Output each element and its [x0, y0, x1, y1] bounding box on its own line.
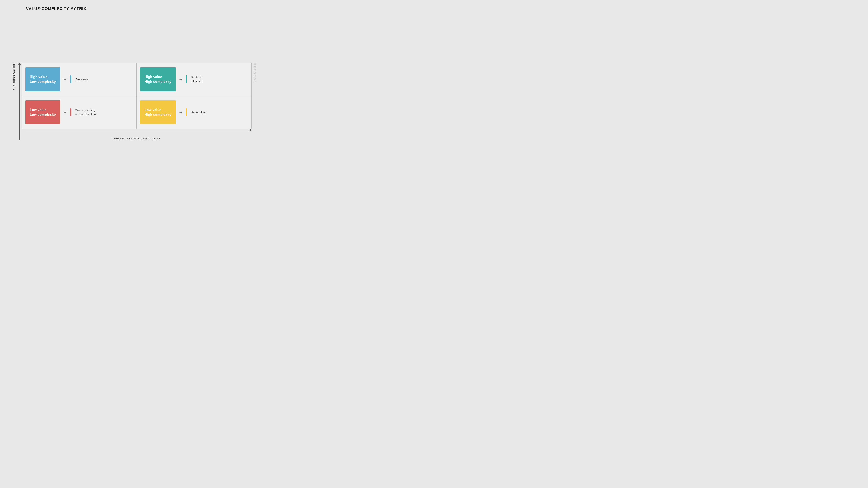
quadrant-top-left: High value Low complexity → Easy wins	[22, 63, 137, 96]
quadrant-bottom-right: Low value High complexity → Deprioritize	[137, 96, 251, 129]
br-arrow: →	[179, 110, 183, 115]
axis-and-matrix: High value Low complexity → Easy wins Hi…	[18, 63, 252, 140]
tr-arrow: →	[179, 77, 183, 82]
tl-line1: High value	[30, 75, 56, 79]
bl-indicator-bar	[70, 108, 71, 116]
tl-indicator-bar	[70, 75, 71, 83]
quadrant-box-bottom-left: Low value Low complexity	[25, 100, 60, 124]
tl-line2: Low complexity	[30, 80, 56, 84]
matrix-content: High value Low complexity → Easy wins Hi…	[22, 63, 252, 140]
bl-label: Worth pursuing or revisiting later	[75, 108, 97, 117]
watermark: REFORGE	[253, 63, 256, 83]
br-label: Deprioritize	[191, 110, 206, 115]
tl-label: Easy wins	[75, 77, 89, 82]
x-axis-container	[26, 129, 252, 130]
x-axis-arrow-line	[26, 130, 252, 130]
bl-arrow: →	[63, 110, 67, 115]
page-wrapper: VALUE-COMPLEXITY MATRIX BUSINESS VALUE H…	[0, 0, 260, 147]
quadrant-bottom-left: Low value Low complexity → Worth pursuin…	[22, 96, 137, 129]
tr-line1: High value	[145, 75, 172, 79]
tr-indicator-bar	[186, 75, 187, 83]
bl-line1: Low value	[30, 108, 56, 112]
chart-area: BUSINESS VALUE High value Low complexity	[13, 14, 252, 140]
tr-label: Strategic initiatives	[191, 75, 203, 84]
br-line1: Low value	[145, 108, 172, 112]
br-indicator-bar	[186, 108, 187, 116]
quadrant-box-bottom-right: Low value High complexity	[140, 100, 176, 124]
quadrant-top-right: High value High complexity → Strategic i…	[137, 63, 251, 96]
x-axis-label: IMPLEMENTATION COMPLEXITY	[22, 137, 252, 140]
tl-arrow: →	[63, 77, 67, 82]
y-axis-label: BUSINESS VALUE	[13, 64, 16, 91]
quadrant-box-top-left: High value Low complexity	[25, 67, 60, 91]
quadrant-box-top-right: High value High complexity	[140, 67, 176, 91]
br-line2: High complexity	[145, 113, 172, 117]
x-axis-row	[22, 129, 252, 135]
matrix-row: High value Low complexity → Easy wins Hi…	[18, 63, 252, 140]
y-arrow-column	[18, 63, 22, 140]
bl-line2: Low complexity	[30, 113, 56, 117]
matrix-grid: High value Low complexity → Easy wins Hi…	[22, 63, 252, 129]
tr-line2: High complexity	[145, 80, 172, 84]
chart-title: VALUE-COMPLEXITY MATRIX	[26, 6, 86, 11]
y-axis-arrow	[19, 63, 20, 140]
